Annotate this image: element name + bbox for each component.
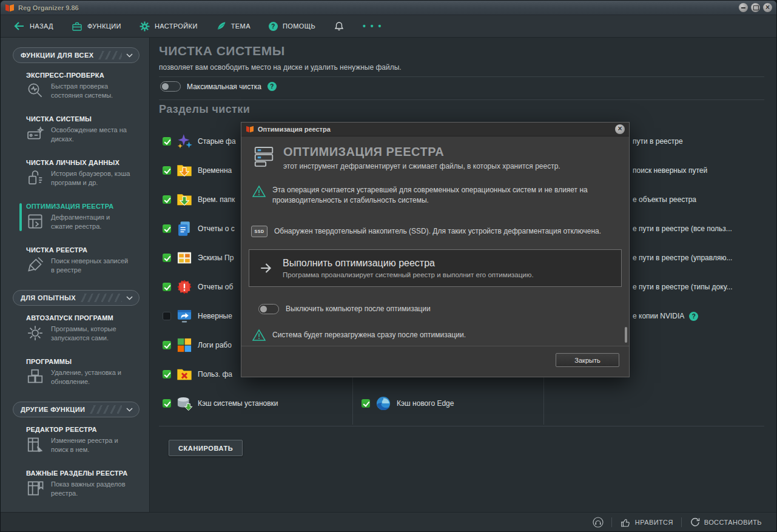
checkbox-checked[interactable] bbox=[163, 370, 171, 379]
notifications-button[interactable] bbox=[334, 21, 345, 32]
help-circle-icon[interactable] bbox=[689, 312, 698, 321]
dialog-titlebar[interactable]: Оптимизация реестра bbox=[241, 123, 629, 136]
checkbox-checked[interactable] bbox=[163, 137, 171, 146]
privacy-icon bbox=[26, 169, 45, 188]
registry-defrag-icon bbox=[252, 145, 275, 170]
stripes-decoration bbox=[80, 294, 122, 302]
registry-optimize-icon bbox=[26, 212, 45, 232]
cleanup-item-invalid-shortcuts[interactable]: Неверные bbox=[163, 306, 232, 326]
help-button[interactable]: ПОМОЩЬ bbox=[269, 22, 315, 31]
cleanup-item-temp-folders[interactable]: Врем. папк bbox=[163, 189, 235, 210]
cleanup-item-work-logs[interactable]: Логи рабо bbox=[163, 335, 232, 355]
checkbox-checked[interactable] bbox=[362, 399, 370, 408]
help-circle-icon[interactable] bbox=[267, 82, 277, 91]
restart-warning-text: Система будет перезагружена сразу после … bbox=[272, 331, 466, 339]
dialog-header: ОПТИМИЗАЦИЯ РЕЕСТРА этот инструмент дефр… bbox=[252, 145, 617, 170]
separator bbox=[681, 517, 682, 527]
group-header-label: ФУНКЦИИ ДЛЯ ВСЕХ bbox=[21, 52, 93, 59]
sidebar-item-title: ПРОГРАММЫ bbox=[26, 358, 140, 365]
sidebar-item-registry-cleanup[interactable]: ЧИСТКА РЕЕСТРА Поиск неверных записей в … bbox=[26, 246, 140, 277]
divider bbox=[159, 76, 764, 77]
checkbox-checked[interactable] bbox=[163, 195, 171, 204]
sidebar-item-desc: Изменение реестра и поиск в нем. bbox=[51, 436, 131, 455]
functions-button[interactable]: ФУНКЦИИ bbox=[72, 21, 121, 32]
sidebar-group-other-functions[interactable]: ДРУГИЕ ФУНКЦИИ bbox=[13, 402, 140, 417]
sidebar-group-functions-for-all[interactable]: ФУНКЦИИ ДЛЯ ВСЕХ bbox=[13, 47, 140, 63]
run-optimization-title: Выполнить оптимизацию реестра bbox=[283, 258, 534, 269]
cleanup-item-edge-cache[interactable]: Кэш нового Edge bbox=[362, 393, 454, 414]
checkbox-checked[interactable] bbox=[163, 341, 171, 349]
sidebar-item-express-check[interactable]: ЭКСПРЕСС-ПРОВЕРКА Быстрая проверка состо… bbox=[26, 72, 140, 102]
cleanup-item-user-files[interactable]: Польз. фа bbox=[163, 364, 232, 385]
checkbox-checked[interactable] bbox=[163, 254, 171, 262]
cleanup-fragment-paths-all-users[interactable]: е пути в реестре (все польз... bbox=[633, 218, 732, 239]
cleanup-item-label: Старые фа bbox=[198, 137, 236, 146]
sidebar-item-programs[interactable]: ПРОГРАММЫ Удаление, установка и обновлен… bbox=[26, 358, 140, 388]
separator bbox=[611, 517, 612, 527]
warning-triangle-icon bbox=[252, 329, 266, 342]
checkbox-unchecked[interactable] bbox=[163, 312, 171, 320]
maximize-button[interactable] bbox=[751, 3, 760, 12]
old-files-icon bbox=[176, 133, 193, 150]
sidebar-item-registry-editor[interactable]: РЕДАКТОР РЕЕСТРА Изменение реестра и пои… bbox=[26, 426, 140, 456]
theme-button[interactable]: ТЕМА bbox=[216, 21, 251, 32]
sidebar-item-title: ОПТИМИЗАЦИЯ РЕЕСТРА bbox=[26, 203, 140, 210]
ssd-notice-row: SSD Обнаружен твердотельный накопитель (… bbox=[251, 226, 614, 237]
cleanup-item-error-reports[interactable]: Отчеты об bbox=[163, 277, 233, 297]
sidebar-item-private-data-cleanup[interactable]: ЧИСТКА ЛИЧНЫХ ДАННЫХ История браузеров, … bbox=[26, 159, 140, 189]
functions-label: ФУНКЦИИ bbox=[87, 22, 121, 30]
shutdown-toggle[interactable] bbox=[258, 304, 279, 314]
more-button[interactable] bbox=[363, 21, 382, 31]
app-window: Reg Organizer 9.86 НАЗАД ФУНКЦИИ НАСТРОЙ… bbox=[0, 0, 777, 532]
registry-sections-icon bbox=[26, 479, 45, 499]
dialog-close-button[interactable]: Закрыть bbox=[556, 353, 619, 367]
checkbox-checked[interactable] bbox=[163, 399, 171, 408]
like-button[interactable]: НРАВИТСЯ bbox=[620, 517, 673, 528]
titlebar: Reg Organizer 9.86 bbox=[1, 1, 776, 15]
cleanup-fragment-invalid-paths-search[interactable]: поиск неверных путей bbox=[633, 160, 707, 181]
sidebar-item-system-cleanup[interactable]: ЧИСТКА СИСТЕМЫ Освобождение места на дис… bbox=[26, 115, 140, 146]
cleanup-fragment-registry-objects[interactable]: е объекты реестра bbox=[633, 189, 696, 210]
cleanup-item-temp-files[interactable]: Временна bbox=[163, 160, 232, 181]
restore-button[interactable]: ВОССТАНОВИТЬ bbox=[690, 517, 762, 527]
stripes-decoration bbox=[89, 405, 122, 414]
leaf-icon bbox=[216, 21, 226, 32]
ssd-icon: SSD bbox=[251, 226, 267, 237]
back-button[interactable]: НАЗАД bbox=[14, 21, 53, 31]
scan-button[interactable]: СКАНИРОВАТЬ bbox=[169, 440, 243, 456]
minimize-button[interactable] bbox=[739, 3, 748, 12]
sidebar-group-advanced[interactable]: ДЛЯ ОПЫТНЫХ bbox=[13, 290, 140, 306]
sidebar-item-autostart[interactable]: АВТОЗАПУСК ПРОГРАММ Программы, которые з… bbox=[26, 314, 140, 345]
max-clean-label: Максимальная чистка bbox=[187, 82, 261, 91]
checkbox-checked[interactable] bbox=[163, 166, 171, 175]
cleanup-item-old-files[interactable]: Старые фа bbox=[163, 131, 236, 152]
cleanup-item-installer-cache[interactable]: Кэш системы установки bbox=[163, 393, 278, 414]
back-arrow-icon bbox=[14, 21, 25, 31]
sidebar-item-registry-optimization[interactable]: ОПТИМИЗАЦИЯ РЕЕСТРА Дефрагментация и сжа… bbox=[26, 203, 140, 233]
dialog-scrollbar[interactable] bbox=[625, 327, 627, 343]
window-controls bbox=[739, 3, 772, 12]
cleanup-item-label: Кэш системы установки bbox=[198, 399, 278, 408]
group-header-label: ДЛЯ ОПЫТНЫХ bbox=[21, 294, 76, 301]
cleanup-item-thumbnails[interactable]: Эскизы Пр bbox=[163, 247, 234, 268]
dialog-title: Оптимизация реестра bbox=[258, 126, 331, 133]
cleanup-fragment-registry-paths[interactable]: пути в реестре bbox=[633, 131, 683, 152]
checkbox-checked[interactable] bbox=[163, 283, 171, 291]
settings-button[interactable]: НАСТРОЙКИ bbox=[140, 21, 198, 32]
run-optimization-button[interactable]: Выполнить оптимизацию реестра Программа … bbox=[249, 249, 622, 287]
sidebar-item-title: ВАЖНЫЕ РАЗДЕЛЫ РЕЕСТРА bbox=[26, 470, 140, 477]
max-clean-toggle[interactable] bbox=[160, 81, 181, 92]
cleanup-fragment-nvidia-copies[interactable]: е копии NVIDIA bbox=[633, 306, 698, 326]
sidebar-item-important-registry-sections[interactable]: ВАЖНЫЕ РАЗДЕЛЫ РЕЕСТРА Показ важных разд… bbox=[26, 470, 140, 500]
statusbar: НРАВИТСЯ ВОССТАНОВИТЬ bbox=[1, 512, 776, 531]
cleanup-item-system-reports[interactable]: Отчеты о с bbox=[163, 218, 235, 239]
cleanup-fragment-paths-doc-types[interactable]: е пути в реестре (типы доку... bbox=[633, 277, 732, 297]
arrow-right-icon bbox=[259, 261, 274, 275]
checkbox-checked[interactable] bbox=[163, 224, 171, 233]
registry-editor-icon bbox=[26, 436, 45, 455]
close-button[interactable] bbox=[763, 3, 772, 12]
dialog-close-icon[interactable] bbox=[615, 124, 625, 134]
support-button[interactable] bbox=[593, 517, 604, 528]
stripes-decoration bbox=[98, 51, 122, 59]
cleanup-fragment-paths-managed[interactable]: е пути в реестре (управляю... bbox=[633, 247, 732, 268]
